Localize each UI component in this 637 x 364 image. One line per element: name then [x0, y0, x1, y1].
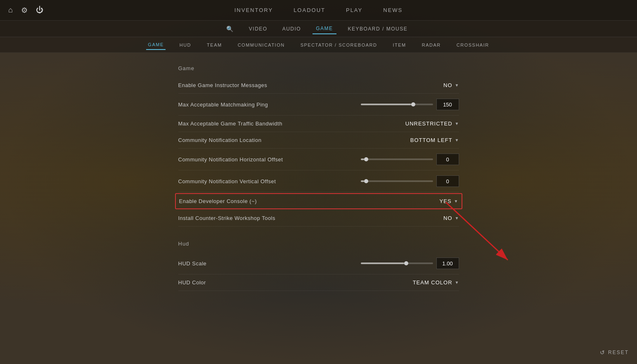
reset-button[interactable]: ↺ RESET [600, 349, 629, 356]
setting-row-workshop-tools: Install Counter-Strike Workshop Tools NO… [178, 210, 459, 227]
topbar-left-icons: ⌂ ⚙ ⏻ [8, 6, 43, 15]
thumb-matchmaking-ping[interactable] [411, 102, 415, 106]
dropdown-developer-console[interactable]: YES ▼ [409, 198, 458, 204]
nav-play[interactable]: PLAY [346, 5, 362, 15]
fill-notif-horiz [361, 158, 365, 160]
subtab-hud[interactable]: HUD [178, 40, 193, 50]
fill-hud-scale [361, 262, 404, 264]
settings-tabs-top: 🔍 VIDEO AUDIO GAME KEYBOARD / MOUSE [0, 21, 637, 37]
subtab-crosshair[interactable]: CROSSHAIR [455, 40, 491, 50]
reset-label: RESET [608, 350, 629, 355]
setting-row-hud-color: HUD Color TEAM COLOR ▼ [178, 274, 459, 291]
nav-inventory[interactable]: INVENTORY [234, 5, 273, 15]
subtab-spectator-scoreboard[interactable]: SPECTATOR / SCOREBOARD [299, 40, 379, 50]
slider-notif-horiz[interactable] [361, 158, 433, 160]
tab-keyboard-mouse[interactable]: KEYBOARD / MOUSE [345, 24, 411, 34]
label-hud-color: HUD Color [178, 279, 410, 286]
label-notif-horiz: Community Notification Horizontal Offset [178, 156, 361, 163]
home-icon[interactable]: ⌂ [8, 6, 13, 14]
subtab-team[interactable]: TEAM [205, 40, 224, 50]
input-hud-scale[interactable] [436, 258, 459, 269]
control-notif-horiz [361, 154, 459, 165]
dropdown-instructor-messages[interactable]: NO ▼ [410, 82, 459, 88]
settings-icon[interactable]: ⚙ [21, 6, 28, 15]
tab-audio[interactable]: AUDIO [279, 24, 305, 34]
input-notif-horiz[interactable] [436, 154, 459, 165]
label-notification-location: Community Notification Location [178, 137, 410, 143]
subtab-radar[interactable]: RADAR [420, 40, 443, 50]
search-icon[interactable]: 🔍 [226, 26, 233, 32]
arrow-hud-color: ▼ [455, 280, 459, 285]
subtab-communication[interactable]: COMMUNICATION [236, 40, 287, 50]
subtab-item[interactable]: ITEM [391, 40, 407, 50]
dropdown-workshop-tools[interactable]: NO ▼ [410, 215, 459, 221]
content-area: Game Enable Game Instructor Messages NO … [0, 53, 637, 364]
hud-section-label: Hud [178, 241, 459, 248]
subtab-game[interactable]: GAME [146, 40, 165, 50]
arrow-developer-console: ▼ [454, 199, 458, 203]
setting-row-notif-vert: Community Notification Vertical Offset [178, 170, 459, 192]
input-matchmaking-ping[interactable] [436, 99, 459, 110]
tab-video[interactable]: VIDEO [246, 24, 271, 34]
fill-notif-vert [361, 180, 365, 182]
fill-matchmaking-ping [361, 104, 412, 105]
topbar-nav: INVENTORY LOADOUT PLAY NEWS [234, 5, 403, 15]
track-notif-horiz [361, 158, 433, 160]
control-hud-scale [361, 258, 459, 269]
value-workshop-tools: NO [443, 215, 452, 221]
topbar: ⌂ ⚙ ⏻ INVENTORY LOADOUT PLAY NEWS [0, 0, 637, 21]
nav-news[interactable]: NEWS [383, 5, 403, 15]
track-hud-scale [361, 262, 433, 264]
thumb-hud-scale[interactable] [404, 261, 408, 265]
setting-row-instructor-messages: Enable Game Instructor Messages NO ▼ [178, 77, 459, 94]
label-workshop-tools: Install Counter-Strike Workshop Tools [178, 215, 410, 221]
label-traffic-bandwidth: Max Acceptable Game Traffic Bandwidth [178, 121, 405, 127]
reset-icon: ↺ [600, 349, 606, 356]
arrow-traffic-bandwidth: ▼ [455, 121, 459, 126]
value-traffic-bandwidth: UNRESTRICTED [405, 121, 452, 127]
value-instructor-messages: NO [443, 82, 452, 88]
track-notif-vert [361, 180, 433, 182]
setting-row-traffic-bandwidth: Max Acceptable Game Traffic Bandwidth UN… [178, 116, 459, 132]
setting-row-hud-scale: HUD Scale [178, 253, 459, 274]
track-matchmaking-ping [361, 104, 433, 105]
value-hud-color: TEAM COLOR [413, 279, 452, 286]
thumb-notif-vert[interactable] [364, 179, 368, 183]
label-developer-console: Enable Developer Console (~) [179, 198, 409, 204]
slider-notif-vert[interactable] [361, 180, 433, 182]
setting-row-developer-console: Enable Developer Console (~) YES ▼ [175, 193, 462, 209]
power-icon[interactable]: ⏻ [36, 6, 43, 14]
dropdown-traffic-bandwidth[interactable]: UNRESTRICTED ▼ [405, 121, 459, 127]
setting-row-matchmaking-ping: Max Acceptable Matchmaking Ping [178, 94, 459, 116]
control-notif-vert [361, 175, 459, 187]
thumb-notif-horiz[interactable] [364, 157, 368, 161]
dropdown-notification-location[interactable]: BOTTOM LEFT ▼ [410, 137, 459, 143]
input-notif-vert[interactable] [436, 175, 459, 187]
label-matchmaking-ping: Max Acceptable Matchmaking Ping [178, 102, 361, 108]
tab-game[interactable]: GAME [313, 24, 336, 34]
label-hud-scale: HUD Scale [178, 260, 361, 267]
game-section-label: Game [178, 65, 459, 73]
label-instructor-messages: Enable Game Instructor Messages [178, 82, 410, 88]
value-notification-location: BOTTOM LEFT [410, 137, 452, 143]
value-developer-console: YES [440, 198, 452, 204]
setting-row-notif-horiz: Community Notification Horizontal Offset [178, 149, 459, 170]
arrow-workshop-tools: ▼ [455, 216, 459, 220]
arrow-notification-location: ▼ [455, 138, 459, 142]
settings-panel: Game Enable Game Instructor Messages NO … [178, 61, 459, 291]
control-matchmaking-ping [361, 99, 459, 110]
nav-loadout[interactable]: LOADOUT [294, 5, 325, 15]
subtabs: GAME HUD TEAM COMMUNICATION SPECTATOR / … [0, 37, 637, 53]
dropdown-hud-color[interactable]: TEAM COLOR ▼ [410, 279, 459, 286]
setting-row-notification-location: Community Notification Location BOTTOM L… [178, 132, 459, 149]
slider-hud-scale[interactable] [361, 262, 433, 264]
slider-matchmaking-ping[interactable] [361, 104, 433, 105]
arrow-instructor-messages: ▼ [455, 83, 459, 87]
label-notif-vert: Community Notification Vertical Offset [178, 178, 361, 184]
